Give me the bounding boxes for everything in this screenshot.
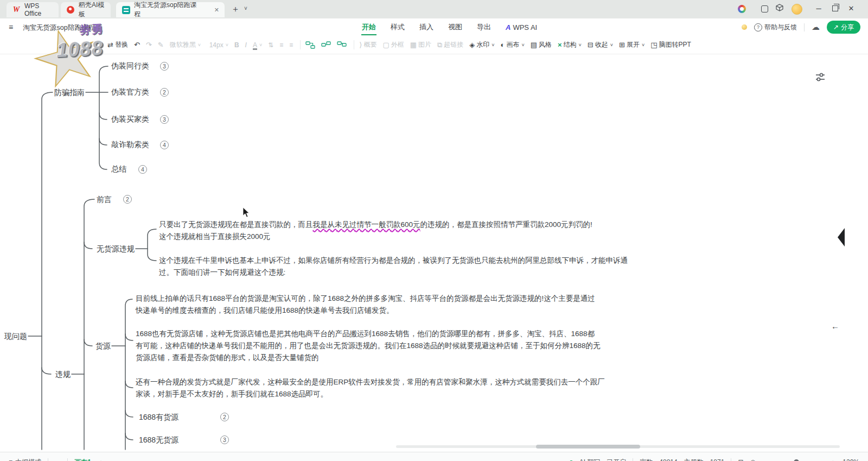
count-badge[interactable]: 3 <box>160 62 169 71</box>
align-list-button[interactable]: ≡ <box>279 41 283 49</box>
share-button[interactable]: ↗ 分享 <box>827 21 860 34</box>
font-size-select[interactable]: 14px˅ <box>209 41 228 49</box>
boundary-button[interactable]: ▢外框 <box>382 40 404 49</box>
canvas-icon: ◐ <box>501 41 505 49</box>
restore-button[interactable] <box>832 5 838 11</box>
font-color-button[interactable]: A˅ <box>253 41 262 49</box>
topic-violation[interactable]: 违规 <box>55 370 71 380</box>
notification-icon[interactable] <box>742 24 747 30</box>
count-badge[interactable]: 3 <box>220 435 229 444</box>
tab-wps-office[interactable]: W WPS Office <box>7 2 59 17</box>
collapse-button[interactable]: ⊟收起˅ <box>588 40 613 49</box>
topic-no-source-violation[interactable]: 无货源违规 <box>97 244 135 254</box>
paragraph-line: 货源店铺，查看是否杂货铺的形式，以及是否大量铺货的 <box>136 352 601 364</box>
expand-button[interactable]: ⊞展开˅ <box>619 40 644 49</box>
theme-icon[interactable] <box>738 5 746 13</box>
count-badge[interactable]: 4 <box>160 141 169 149</box>
replace-button[interactable]: ⇄ 替换 <box>107 40 128 49</box>
canvas-button[interactable]: ◐画布˅ <box>501 40 525 49</box>
menu-export[interactable]: 导出 <box>476 19 492 35</box>
topic-supply[interactable]: 货源 <box>95 342 111 351</box>
tab-document[interactable]: 淘宝无货源sop陪跑课程 ✕ <box>116 2 225 17</box>
divider <box>300 40 301 49</box>
main-menu-icon[interactable]: ≡ <box>9 23 13 31</box>
topic-1688-with-stock[interactable]: 1688有货源 <box>139 413 178 422</box>
style-button[interactable]: ▤风格 <box>531 40 552 49</box>
topic-preface[interactable]: 前言 <box>97 195 112 205</box>
redo-button[interactable]: ↷ <box>146 41 152 49</box>
paragraph-line: 快递单号的维度去稽查的，我们店铺只能使用1688的快递单号去我们店铺发货。 <box>136 305 595 317</box>
summary-button[interactable]: ⟩概要 <box>359 40 376 49</box>
topic-root[interactable]: 现问题 <box>4 332 27 342</box>
italic-button[interactable]: I <box>245 41 247 49</box>
numbered-list-button[interactable]: ≡ <box>289 41 293 49</box>
zoom-in-button[interactable]: ＋ <box>829 458 836 461</box>
topic-summary[interactable]: 总结 <box>111 165 126 174</box>
topic-fraud-guide[interactable]: 防骗指南 <box>54 88 85 98</box>
outline-mode-button[interactable]: ≡ 大纲模式 <box>9 458 41 461</box>
paragraph-factory-dropship[interactable]: 还有一种合规的发货方式就是厂家代发，这种最安全的是使用ERP软件去对接发货，常用… <box>136 376 605 400</box>
chevron-down-icon: ˅ <box>642 42 644 48</box>
new-tab-button[interactable]: ＋ <box>231 4 240 15</box>
workspace-icon[interactable] <box>761 5 768 12</box>
line-spacing-button[interactable]: ⇅ <box>268 41 273 49</box>
zoom-slider-knob[interactable] <box>794 459 799 461</box>
ai-write-status[interactable]: AI 帮写：已开启 <box>579 458 627 461</box>
count-badge[interactable]: 2 <box>123 195 132 204</box>
fit-view-icon[interactable]: ⊡ <box>738 458 743 461</box>
zoom-level[interactable]: 120% <box>843 458 859 461</box>
paragraph-1688-only[interactable]: 目前线上拍单的话只有1688平台的货源是淘宝认可的，除了1688之外的拼多多淘宝… <box>136 293 595 317</box>
watermark-button[interactable]: ◈水印˅ <box>469 40 494 49</box>
paragraph-1688-no-source-shops[interactable]: 1688也有无货源店铺，这种无货源店铺也是把其他电商平台的产品搬运到1688去销… <box>136 328 601 364</box>
topic-fake-peer[interactable]: 伪装同行类 <box>111 61 149 71</box>
topic-fake-official[interactable]: 伪装官方类 <box>111 87 149 97</box>
count-badge[interactable]: 2 <box>160 88 169 97</box>
topic-count: 主题数：1871 <box>684 458 725 461</box>
tab-list-chevron-icon[interactable]: ˅ <box>244 5 247 11</box>
insert-sibling-topic-button[interactable] <box>305 41 315 49</box>
cloud-sync-icon[interactable]: ☁ <box>812 22 820 32</box>
mindmap-canvas[interactable]: 现问题 防骗指南 伪装同行类 3 伪装官方类 2 伪装买家类 3 敲诈勒索类 4… <box>0 54 868 452</box>
minimize-button[interactable]: ─ <box>814 4 824 12</box>
count-badge[interactable]: 2 <box>220 413 229 421</box>
image-button[interactable]: ▦图片 <box>410 40 431 49</box>
zoom-out-button[interactable]: − <box>775 458 778 461</box>
wps-ai-logo-icon: A <box>506 23 510 31</box>
menu-view[interactable]: 视图 <box>448 19 463 35</box>
hyperlink-button[interactable]: ⧉超链接 <box>437 40 463 49</box>
add-canvas-button[interactable]: ＋ <box>98 458 104 461</box>
divider <box>804 23 805 31</box>
close-window-button[interactable]: ✕ <box>846 4 856 12</box>
menu-wps-ai[interactable]: AWPS AI <box>505 20 538 35</box>
canvas-grid-icon[interactable]: ▭ <box>55 458 61 461</box>
topic-1688-no-stock[interactable]: 1688无货源 <box>139 435 178 445</box>
menu-start[interactable]: 开始 <box>361 19 376 35</box>
undo-button[interactable]: ↶ <box>134 41 140 49</box>
frame-icon: ▢ <box>382 41 389 49</box>
tab-docer-ai[interactable]: 稻壳AI模板 <box>61 2 111 17</box>
menu-insert[interactable]: 插入 <box>419 19 434 35</box>
bold-button[interactable]: B <box>234 41 239 49</box>
count-badge[interactable]: 3 <box>160 115 169 124</box>
topic-fake-buyer[interactable]: 伪装买家类 <box>111 115 149 124</box>
help-feedback-button[interactable]: ? 帮助与反馈 <box>754 23 797 32</box>
insert-parent-topic-button[interactable] <box>337 41 347 49</box>
divider <box>731 458 731 461</box>
font-family-select[interactable]: 微软雅黑˅ <box>170 40 203 49</box>
count-badge[interactable]: 4 <box>138 165 147 174</box>
paragraph-fine[interactable]: 只要出了无货源违规现在都是直接罚款的，而且我是从未见过情节一般罚款600元的违规… <box>159 219 592 243</box>
minimap-icon[interactable]: ▭ <box>762 458 768 461</box>
menu-style[interactable]: 样式 <box>390 19 405 35</box>
user-avatar[interactable] <box>792 4 802 15</box>
structure-button[interactable]: ×结构˅ <box>558 40 582 49</box>
apps-cube-icon[interactable] <box>776 4 786 11</box>
expand-icon: ⊞ <box>619 41 625 49</box>
canvas-tab-1[interactable]: 画布1 <box>74 458 91 461</box>
locate-center-icon[interactable]: ◎ <box>750 458 755 461</box>
format-painter-button[interactable]: ✎ <box>158 41 164 49</box>
topic-extortion[interactable]: 敲诈勒索类 <box>111 140 149 150</box>
paragraph-appeal[interactable]: 这个违规在千牛里申诉也基本上申诉不过，如果你店铺所有经营行为都是合规的，被误判了… <box>159 255 628 279</box>
mindmap-to-ppt-button[interactable]: ◳脑图转PPT <box>650 40 691 49</box>
tab-close-icon[interactable]: ✕ <box>214 7 219 14</box>
insert-child-topic-button[interactable] <box>321 41 331 49</box>
